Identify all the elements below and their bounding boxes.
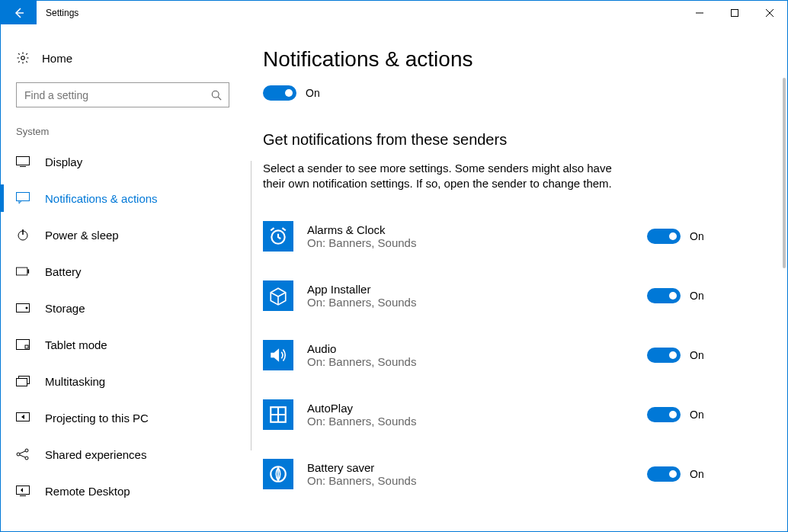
maximize-icon xyxy=(731,9,738,17)
titlebar: Settings xyxy=(1,1,787,24)
remote-icon xyxy=(16,486,30,496)
sidebar-item-tablet[interactable]: Tablet mode xyxy=(1,326,245,363)
svg-point-2 xyxy=(212,91,219,98)
notifications-master-toggle[interactable] xyxy=(263,85,296,101)
sidebar-item-label: Shared experiences xyxy=(45,448,146,461)
sidebar-item-remote[interactable]: Remote Desktop xyxy=(1,473,245,509)
back-icon xyxy=(13,7,25,19)
scrollbar-thumb[interactable] xyxy=(783,78,786,268)
minimize-button[interactable] xyxy=(682,1,717,24)
sender-row-batterysaver[interactable]: Battery saver On: Banners, Sounds On xyxy=(263,453,769,495)
sidebar-item-label: Power & sleep xyxy=(45,229,119,242)
sender-name: App Installer xyxy=(307,283,633,296)
sender-toggle[interactable] xyxy=(647,288,681,303)
sidebar-item-notifications[interactable]: Notifications & actions xyxy=(1,180,245,216)
grid-icon xyxy=(263,399,293,430)
svg-point-17 xyxy=(25,457,28,460)
sidebar-item-storage[interactable]: Storage xyxy=(1,290,245,326)
master-toggle-label: On xyxy=(306,87,320,99)
sender-state: On xyxy=(690,230,704,242)
svg-rect-0 xyxy=(732,9,738,16)
sidebar-item-label: Projecting to this PC xyxy=(45,412,149,425)
svg-rect-7 xyxy=(27,269,29,273)
svg-point-9 xyxy=(26,307,28,309)
sender-state: On xyxy=(690,409,704,421)
back-button[interactable] xyxy=(1,1,37,24)
svg-point-16 xyxy=(25,449,28,452)
sender-name: Battery saver xyxy=(307,461,633,474)
sidebar-group-label: System xyxy=(1,118,245,143)
sidebar-item-projecting[interactable]: Projecting to this PC xyxy=(1,399,245,436)
sidebar-item-label: Remote Desktop xyxy=(45,485,130,498)
gear-icon xyxy=(16,51,30,65)
search-input[interactable] xyxy=(16,82,229,107)
sender-state: On xyxy=(690,290,704,302)
section-description: Select a sender to see more settings. So… xyxy=(263,161,613,192)
sidebar: Home System Display Notifications & acti… xyxy=(1,24,245,531)
sender-row-audio[interactable]: Audio On: Banners, Sounds On xyxy=(263,334,769,377)
sender-toggle[interactable] xyxy=(647,229,681,244)
sidebar-item-label: Tablet mode xyxy=(45,338,107,351)
window-title: Settings xyxy=(37,1,88,24)
sender-name: Alarms & Clock xyxy=(307,223,633,236)
projecting-icon xyxy=(16,412,30,423)
sidebar-item-label: Multitasking xyxy=(45,375,105,388)
svg-rect-13 xyxy=(17,379,27,386)
sender-sub: On: Banners, Sounds xyxy=(307,474,633,487)
sidebar-item-multitasking[interactable]: Multitasking xyxy=(1,363,245,399)
svg-point-1 xyxy=(21,56,25,60)
tablet-icon xyxy=(16,339,30,350)
sender-toggle[interactable] xyxy=(647,407,681,422)
sender-name: Audio xyxy=(307,342,633,355)
notifications-icon xyxy=(16,192,30,204)
sender-name: AutoPlay xyxy=(307,402,633,415)
sender-state: On xyxy=(690,349,704,361)
sender-state: On xyxy=(690,468,704,480)
sidebar-item-display[interactable]: Display xyxy=(1,143,245,180)
home-label: Home xyxy=(42,52,72,65)
sidebar-item-label: Battery xyxy=(45,265,82,278)
sender-toggle[interactable] xyxy=(647,348,681,363)
maximize-button[interactable] xyxy=(717,1,752,24)
sidebar-item-label: Storage xyxy=(45,302,85,315)
speaker-icon xyxy=(263,340,293,370)
box-icon xyxy=(263,280,293,311)
search-icon xyxy=(211,90,222,101)
close-button[interactable] xyxy=(752,1,787,24)
sender-sub: On: Banners, Sounds xyxy=(307,355,633,368)
page-heading: Notifications & actions xyxy=(263,47,769,72)
sender-sub: On: Banners, Sounds xyxy=(307,296,633,309)
sender-row-autoplay[interactable]: AutoPlay On: Banners, Sounds On xyxy=(263,393,769,436)
sidebar-item-battery[interactable]: Battery xyxy=(1,253,245,290)
svg-rect-3 xyxy=(17,157,30,165)
display-icon xyxy=(16,156,30,167)
main-content: Notifications & actions On Get notificat… xyxy=(245,24,787,531)
sender-sub: On: Banners, Sounds xyxy=(307,415,633,428)
home-link[interactable]: Home xyxy=(1,43,245,73)
clock-icon xyxy=(263,221,293,252)
section-heading: Get notifications from these senders xyxy=(263,131,769,149)
storage-icon xyxy=(16,303,30,312)
svg-rect-4 xyxy=(17,193,30,201)
scrollbar[interactable] xyxy=(777,24,787,531)
sender-toggle[interactable] xyxy=(647,466,681,482)
sidebar-item-label: Display xyxy=(45,155,82,168)
power-icon xyxy=(16,229,30,241)
multitasking-icon xyxy=(16,376,30,386)
shared-icon xyxy=(16,448,30,460)
sidebar-item-power[interactable]: Power & sleep xyxy=(1,216,245,253)
minimize-icon xyxy=(696,9,703,17)
sender-row-alarms[interactable]: Alarms & Clock On: Banners, Sounds On xyxy=(263,215,769,258)
svg-rect-6 xyxy=(16,268,27,275)
close-icon xyxy=(766,9,774,17)
leaf-icon xyxy=(263,459,293,489)
sidebar-item-shared[interactable]: Shared experiences xyxy=(1,436,245,473)
svg-rect-11 xyxy=(25,345,28,348)
battery-icon xyxy=(16,267,30,276)
sidebar-item-label: Notifications & actions xyxy=(45,192,158,205)
svg-point-15 xyxy=(17,453,20,456)
sender-row-appinstaller[interactable]: App Installer On: Banners, Sounds On xyxy=(263,274,769,317)
sender-sub: On: Banners, Sounds xyxy=(307,236,633,249)
